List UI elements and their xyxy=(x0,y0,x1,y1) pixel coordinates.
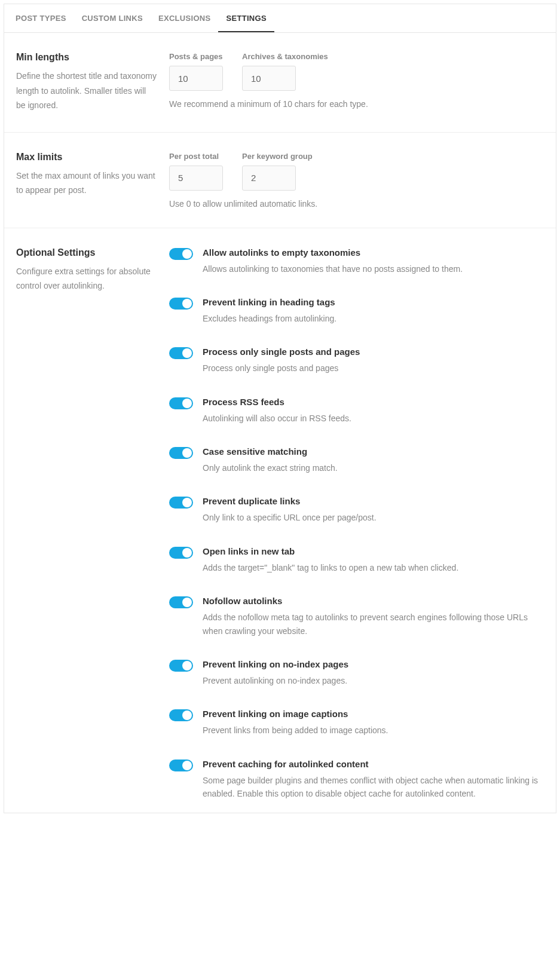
toggle-switch[interactable] xyxy=(169,248,193,260)
posts-pages-input[interactable] xyxy=(169,66,223,91)
toggle-list: Allow autolinks to empty taxonomies Allo… xyxy=(169,247,544,801)
toggle-switch[interactable] xyxy=(169,660,193,672)
toggle-open-new-tab: Open links in new tab Adds the target="_… xyxy=(169,546,544,574)
section-optional-settings: Optional Settings Configure extra settin… xyxy=(4,228,556,813)
toggle-switch[interactable] xyxy=(169,347,193,359)
min-lengths-hint: We recommend a minimum of 10 chars for e… xyxy=(169,99,544,109)
per-keyword-group-input[interactable] xyxy=(242,166,296,191)
toggle-switch[interactable] xyxy=(169,709,193,721)
field-posts-pages: Posts & pages xyxy=(169,52,223,91)
toggle-title: Allow autolinks to empty taxonomies xyxy=(203,247,544,258)
toggle-desc: Process only single posts and pages xyxy=(203,362,544,375)
toggle-prevent-noindex: Prevent linking on no-index pages Preven… xyxy=(169,659,544,687)
tab-custom-links[interactable]: CUSTOM LINKS xyxy=(74,4,151,32)
section-min-lengths: Min lengths Define the shortest title an… xyxy=(4,33,556,133)
per-post-total-input[interactable] xyxy=(169,166,223,191)
toggle-desc: Only link to a specific URL once per pag… xyxy=(203,511,544,524)
toggle-prevent-duplicate: Prevent duplicate links Only link to a s… xyxy=(169,496,544,524)
toggle-title: Prevent linking on image captions xyxy=(203,709,544,719)
toggle-title: Process only single posts and pages xyxy=(203,347,544,357)
toggle-switch[interactable] xyxy=(169,760,193,771)
toggle-desc: Only autolink the exact string match. xyxy=(203,461,544,474)
toggle-nofollow: Nofollow autolinks Adds the nofollow met… xyxy=(169,596,544,638)
toggle-prevent-image-captions: Prevent linking on image captions Preven… xyxy=(169,709,544,737)
toggle-desc: Adds the nofollow meta tag to autolinks … xyxy=(203,611,544,638)
toggle-switch[interactable] xyxy=(169,497,193,509)
toggle-switch[interactable] xyxy=(169,547,193,559)
toggle-title: Prevent linking in heading tags xyxy=(203,297,544,307)
tabs-bar: POST TYPES CUSTOM LINKS EXCLUSIONS SETTI… xyxy=(4,4,556,33)
toggle-title: Nofollow autolinks xyxy=(203,596,544,606)
toggle-desc: Some page builder plugins and themes con… xyxy=(203,774,544,801)
toggle-process-rss: Process RSS feeds Autolinking will also … xyxy=(169,397,544,425)
toggle-allow-empty-taxonomies: Allow autolinks to empty taxonomies Allo… xyxy=(169,247,544,275)
archives-taxonomies-label: Archives & taxonomies xyxy=(242,52,328,61)
section-max-limits: Max limits Set the max amount of links y… xyxy=(4,133,556,228)
posts-pages-label: Posts & pages xyxy=(169,52,223,61)
toggle-title: Prevent linking on no-index pages xyxy=(203,659,544,669)
toggle-switch[interactable] xyxy=(169,596,193,608)
field-per-post-total: Per post total xyxy=(169,152,223,191)
min-lengths-title: Min lengths xyxy=(16,52,157,63)
toggle-title: Prevent duplicate links xyxy=(203,496,544,506)
toggle-desc: Excludes headings from autolinking. xyxy=(203,312,544,325)
field-archives-taxonomies: Archives & taxonomies xyxy=(242,52,328,91)
toggle-desc: Allows autolinking to taxonomies that ha… xyxy=(203,262,544,275)
settings-panel: POST TYPES CUSTOM LINKS EXCLUSIONS SETTI… xyxy=(4,4,556,813)
toggle-single-posts-pages: Process only single posts and pages Proc… xyxy=(169,347,544,375)
toggle-switch[interactable] xyxy=(169,298,193,310)
tab-exclusions[interactable]: EXCLUSIONS xyxy=(151,4,219,32)
max-limits-desc: Set the max amount of links you want to … xyxy=(16,169,157,198)
toggle-switch[interactable] xyxy=(169,397,193,409)
optional-settings-desc: Configure extra settings for absolute co… xyxy=(16,264,157,293)
toggle-title: Open links in new tab xyxy=(203,546,544,556)
toggle-title: Case sensitive matching xyxy=(203,446,544,457)
toggle-prevent-heading-links: Prevent linking in heading tags Excludes… xyxy=(169,297,544,325)
per-post-total-label: Per post total xyxy=(169,152,223,161)
toggle-desc: Adds the target="_blank" tag to links to… xyxy=(203,561,544,574)
toggle-case-sensitive: Case sensitive matching Only autolink th… xyxy=(169,446,544,474)
max-limits-title: Max limits xyxy=(16,152,157,163)
per-keyword-group-label: Per keyword group xyxy=(242,152,313,161)
max-limits-hint: Use 0 to allow unlimited automatic links… xyxy=(169,199,544,209)
tab-post-types[interactable]: POST TYPES xyxy=(8,4,74,32)
optional-settings-title: Optional Settings xyxy=(16,247,157,258)
toggle-desc: Autolinking will also occur in RSS feeds… xyxy=(203,412,544,425)
toggle-title: Process RSS feeds xyxy=(203,397,544,407)
tab-settings[interactable]: SETTINGS xyxy=(218,4,274,32)
toggle-prevent-caching: Prevent caching for autolinked content S… xyxy=(169,759,544,801)
toggle-desc: Prevent autolinking on no-index pages. xyxy=(203,674,544,687)
field-per-keyword-group: Per keyword group xyxy=(242,152,313,191)
min-lengths-desc: Define the shortest title and taxonomy l… xyxy=(16,69,157,113)
toggle-title: Prevent caching for autolinked content xyxy=(203,759,544,769)
toggle-switch[interactable] xyxy=(169,447,193,459)
archives-taxonomies-input[interactable] xyxy=(242,66,296,91)
toggle-desc: Prevent links from being added to image … xyxy=(203,724,544,737)
